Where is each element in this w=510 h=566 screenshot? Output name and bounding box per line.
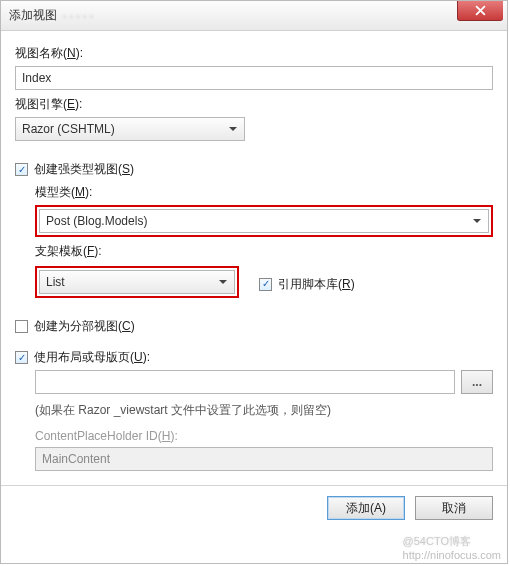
dialog-title-blurred: · · · · · <box>63 9 93 23</box>
browse-button-label: ... <box>472 375 482 389</box>
scaffold-select[interactable]: List <box>39 270 235 294</box>
close-icon <box>475 5 486 16</box>
watermark-logo: @54CTO博客 <box>403 535 471 547</box>
strongly-typed-label: 创建强类型视图(S) <box>34 161 134 178</box>
ok-button[interactable]: 添加(A) <box>327 496 405 520</box>
model-class-value: Post (Blog.Models) <box>46 214 147 228</box>
chevron-down-icon <box>470 219 484 224</box>
model-class-label: 模型类(M): <box>35 184 493 201</box>
watermark: @54CTO博客 http://ninofocus.com <box>403 534 501 561</box>
ok-button-label: 添加(A) <box>346 500 386 517</box>
content-placeholder-label: ContentPlaceHolder ID(H): <box>35 429 493 443</box>
view-name-label: 视图名称(N): <box>15 45 493 62</box>
reference-scripts-label: 引用脚本库(R) <box>278 276 355 293</box>
chevron-down-icon <box>216 280 230 285</box>
partial-view-label: 创建为分部视图(C) <box>34 318 135 335</box>
view-engine-select[interactable]: Razor (CSHTML) <box>15 117 245 141</box>
dialog-title: 添加视图 <box>9 7 57 24</box>
scaffold-label: 支架模板(F): <box>35 243 493 260</box>
close-button[interactable] <box>457 1 503 21</box>
layout-path-input[interactable] <box>35 370 455 394</box>
model-class-highlight: Post (Blog.Models) <box>35 205 493 237</box>
model-class-select[interactable]: Post (Blog.Models) <box>39 209 489 233</box>
use-layout-label: 使用布局或母版页(U): <box>34 349 150 366</box>
cancel-button-label: 取消 <box>442 500 466 517</box>
view-name-input[interactable] <box>15 66 493 90</box>
divider <box>0 485 508 486</box>
reference-scripts-checkbox[interactable] <box>259 278 272 291</box>
cancel-button[interactable]: 取消 <box>415 496 493 520</box>
partial-view-checkbox[interactable] <box>15 320 28 333</box>
layout-hint-text: (如果在 Razor _viewstart 文件中设置了此选项，则留空) <box>35 402 493 419</box>
browse-button[interactable]: ... <box>461 370 493 394</box>
strongly-typed-checkbox[interactable] <box>15 163 28 176</box>
view-engine-label: 视图引擎(E): <box>15 96 493 113</box>
chevron-down-icon <box>226 127 240 132</box>
view-engine-value: Razor (CSHTML) <box>22 122 115 136</box>
scaffold-highlight: List <box>35 266 239 298</box>
scaffold-value: List <box>46 275 65 289</box>
use-layout-checkbox[interactable] <box>15 351 28 364</box>
watermark-url: http://ninofocus.com <box>403 549 501 561</box>
titlebar: 添加视图 · · · · · <box>1 1 507 31</box>
content-placeholder-input <box>35 447 493 471</box>
